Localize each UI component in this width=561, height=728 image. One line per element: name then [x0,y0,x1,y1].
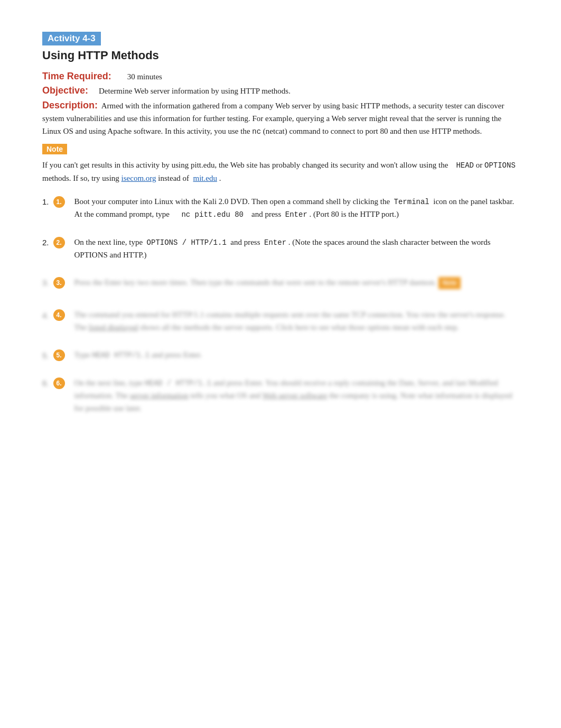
step-3-content: Press the Enter key two more times. Then… [74,276,519,293]
step-1-badge: 1. [53,196,65,208]
note-text: If you can't get results in this activit… [42,159,519,184]
step-5-content: Type HEAD HTTP/1.1 and press Enter. [74,348,519,361]
step-6-badge: 6. [53,377,65,389]
step-5-head: HEAD HTTP/1.1 [92,351,149,360]
activity-title: Using HTTP Methods [42,49,519,62]
head-method: HEAD [456,161,474,170]
step-6-content: On the next line, type HEAD / HTTP/1.1 a… [74,376,519,414]
step-2-content: On the next line, type OPTIONS / HTTP/1.… [74,236,519,261]
step-4-number: 4. [42,311,49,320]
step-4-content: The command you entered for HTTP/1.1 con… [74,308,519,334]
steps-list: 1. 1. Boot your computer into Linux with… [42,195,519,414]
step-item-6: 6. 6. On the next line, type HEAD / HTTP… [42,376,519,414]
activity-header: Activity 4-3 Using HTTP Methods [42,32,519,62]
step-item-2: 2. 2. On the next line, type OPTIONS / H… [42,236,519,261]
objective-label: Objective: [42,85,88,96]
options-method: OPTIONS [484,161,516,170]
step-item-5: 5. 5. Type HEAD HTTP/1.1 and press Enter… [42,348,519,361]
step-item-1: 1. 1. Boot your computer into Linux with… [42,195,519,221]
step-1-nc-cmd: nc pitt.edu 80 [181,210,244,219]
description-text: Armed with the information gathered from… [42,102,504,135]
time-value: 30 minutes [127,72,162,81]
step-6-num-col: 6. 6. [42,376,65,389]
time-label: Time Required: [42,71,111,82]
activity-badge: Activity 4-3 [42,32,101,45]
step-2-badge: 2. [53,237,65,248]
step-6-link2: Web server software [263,391,328,400]
time-required-row: Time Required: 30 minutes [42,71,519,82]
isecom-link[interactable]: isecom.org [121,174,156,182]
step-2-number: 2. [42,238,49,247]
step-item-4: 4. 4. The command you entered for HTTP/1… [42,308,519,334]
objective-row: Objective: Determine Web server informat… [42,85,519,96]
step-6-link: server information [130,391,189,400]
note-badge: Note [42,144,67,154]
step-2-enter: Enter [264,238,286,247]
nc-command: nc [252,127,261,136]
step-4-num-col: 4. 4. [42,308,65,321]
step-5-badge: 5. [53,349,65,361]
step-6-number: 6. [42,379,49,388]
description-block: Description: Armed with the information … [42,99,519,137]
step-2-options: OPTIONS / HTTP/1.1 [147,238,227,247]
step-6-head2: HEAD / HTTP/1.1 [145,379,211,388]
step-3-note: Note [438,277,461,289]
step-4-link: listed displayed [89,323,138,331]
step-3-num-col: 3. 3. [42,276,65,289]
mit-link[interactable]: mit.edu [193,174,217,182]
note-block: Note [42,144,519,159]
step-3-badge: 3. [53,277,65,289]
step-1-content: Boot your computer into Linux with the K… [74,195,519,221]
description-label: Description: [42,100,98,110]
step-3-number: 3. [42,278,49,287]
step-1-enter: Enter [285,210,307,219]
step-item-3: 3. 3. Press the Enter key two more times… [42,276,519,293]
step-1-number: 1. [42,197,49,206]
objective-value: Determine Web server information by usin… [99,87,291,96]
step-5-num-col: 5. 5. [42,348,65,361]
step-2-num-col: 2. 2. [42,236,65,248]
step-4-badge: 4. [53,309,65,321]
step-5-number: 5. [42,351,49,360]
step-1-terminal: Terminal [394,198,429,206]
step-1-num-col: 1. 1. [42,195,65,208]
